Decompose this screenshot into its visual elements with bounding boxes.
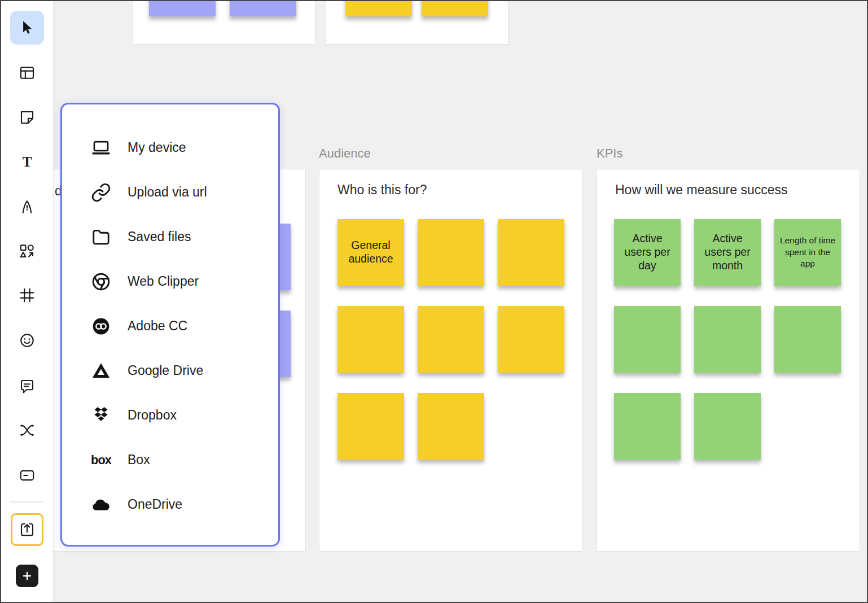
whiteboard-app: d Audience Who is this for? General audi… (0, 0, 868, 603)
link-icon (90, 182, 112, 203)
plus-icon (20, 569, 34, 583)
google-drive-icon (90, 360, 112, 382)
menu-item-label: Box (128, 452, 150, 467)
audience-notes: General audience (337, 219, 564, 460)
tool-comment[interactable] (10, 369, 44, 403)
sticky-note[interactable]: Active users per day (614, 219, 681, 286)
tool-text[interactable]: T (10, 145, 44, 179)
menu-item-label: Saved files (128, 229, 191, 244)
sticky-note[interactable] (422, 0, 488, 16)
kpis-frame[interactable]: How will we measure success Active users… (597, 169, 860, 552)
connector-icon (19, 422, 36, 439)
menu-item-label: OneDrive (128, 497, 182, 512)
sticky-note[interactable]: Length of time spent in the app (774, 219, 841, 286)
menu-item-label: Upload via url (128, 185, 207, 200)
upload-icon (19, 521, 36, 538)
adobe-cc-icon (90, 316, 112, 337)
menu-item-label: Google Drive (128, 363, 203, 378)
sticky-note[interactable] (614, 393, 681, 460)
shapes-icon (19, 243, 36, 260)
kpis-heading[interactable]: How will we measure success (615, 182, 787, 198)
box-icon: box (90, 449, 112, 471)
folder-icon (90, 226, 112, 248)
sticky-note[interactable] (694, 393, 761, 460)
tool-connector[interactable] (10, 413, 44, 447)
sticky-note[interactable] (694, 306, 761, 373)
cursor-icon (19, 19, 36, 36)
menu-item-label: Web Clipper (128, 274, 199, 289)
audience-heading[interactable]: Who is this for? (337, 182, 427, 198)
toolbar-divider (10, 501, 45, 502)
upload-menu: My device Upload via url Saved files Web… (60, 103, 280, 547)
sticky-note[interactable] (337, 306, 404, 373)
tool-frame[interactable] (10, 278, 44, 312)
upload-menu-item-dropbox[interactable]: Dropbox (90, 393, 278, 438)
sticky-note[interactable] (498, 219, 564, 286)
menu-item-label: My device (128, 140, 186, 155)
comment-icon (19, 378, 36, 395)
tool-upload[interactable] (11, 513, 43, 546)
upload-menu-item-google-drive[interactable]: Google Drive (90, 348, 278, 393)
chrome-icon (90, 271, 112, 292)
svg-text:T: T (23, 154, 32, 169)
upload-menu-item-adobe-cc[interactable]: Adobe CC (90, 304, 278, 348)
tool-select[interactable] (10, 11, 44, 45)
sticky-note[interactable] (345, 0, 412, 16)
upload-menu-item-my-device[interactable]: My device (90, 125, 278, 170)
frame-icon (19, 287, 36, 304)
upload-menu-item-onedrive[interactable]: OneDrive (90, 482, 278, 527)
menu-item-label: Dropbox (128, 408, 177, 423)
tool-sticky-note[interactable] (10, 100, 44, 134)
upload-menu-item-web-clipper[interactable]: Web Clipper (90, 259, 278, 304)
sticky-note[interactable] (149, 0, 216, 16)
sticky-note[interactable] (230, 0, 296, 16)
tool-stickers-emoji[interactable] (10, 324, 44, 357)
sticky-note[interactable]: General audience (337, 219, 404, 286)
sticky-note[interactable] (418, 219, 484, 286)
tool-templates[interactable] (10, 56, 44, 90)
laptop-icon (90, 137, 112, 159)
sticky-note-icon (19, 109, 36, 126)
sticky-note[interactable] (774, 306, 841, 373)
frame-title-kpis[interactable]: KPIs (597, 146, 622, 161)
pen-icon (19, 198, 36, 215)
upload-menu-item-upload-via-url[interactable]: Upload via url (90, 170, 278, 215)
sticky-note[interactable]: Active users per month (694, 219, 761, 286)
emoji-icon (19, 332, 36, 349)
upload-menu-item-box[interactable]: box Box (90, 438, 278, 482)
menu-item-label: Adobe CC (128, 318, 187, 334)
svg-text:box: box (91, 453, 111, 467)
sticky-note[interactable] (498, 306, 564, 373)
tool-more[interactable] (16, 565, 38, 587)
dropbox-icon (90, 405, 112, 426)
upload-menu-item-saved-files[interactable]: Saved files (90, 215, 278, 259)
sticky-note[interactable] (614, 306, 681, 373)
tool-pen[interactable] (10, 190, 44, 224)
onedrive-icon (90, 494, 112, 515)
sticky-note[interactable] (418, 306, 484, 373)
sticky-note[interactable] (337, 393, 404, 460)
frame-title-audience[interactable]: Audience (319, 146, 371, 161)
audience-frame[interactable]: Who is this for? General audience (319, 169, 582, 552)
text-icon: T (19, 154, 36, 171)
tool-shapes[interactable] (10, 234, 44, 268)
toolbar: T (1, 1, 54, 602)
templates-icon (19, 64, 36, 81)
kpis-notes: Active users per day Active users per mo… (614, 219, 841, 460)
tool-card[interactable] (10, 458, 44, 492)
sticky-note[interactable] (418, 393, 484, 460)
card-icon (19, 467, 36, 484)
